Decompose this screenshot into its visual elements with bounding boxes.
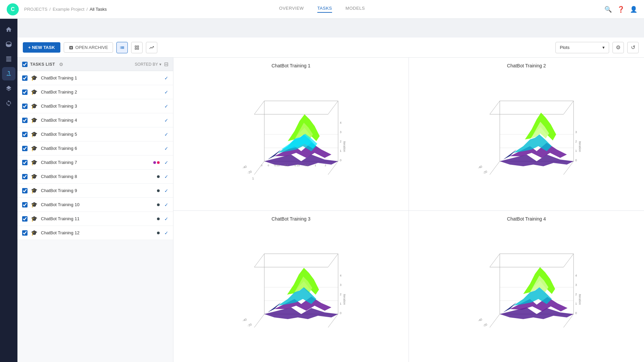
task-checkbox[interactable] [22, 188, 28, 193]
toolbar-right: Plots ▾ ⚙ ↺ [555, 42, 639, 53]
task-badges [157, 232, 160, 234]
task-checkbox[interactable] [22, 202, 28, 207]
task-status-icon: ✓ [164, 146, 168, 151]
plots-area: ChatBot Training 1 [173, 58, 644, 362]
tab-overview[interactable]: OVERVIEW [279, 6, 304, 13]
refresh-icon[interactable]: ↺ [627, 42, 639, 53]
filter-button[interactable]: ⊟ [164, 61, 168, 67]
sidebar-item-table[interactable] [2, 52, 15, 66]
svg-text:0.15: 0.15 [294, 164, 300, 167]
search-icon[interactable]: 🔍 [604, 6, 612, 13]
open-archive-button[interactable]: OPEN ARCHIVE [64, 42, 113, 53]
plot-svg-3: 0 1 2 3 4 Iteration -40 -20 [176, 224, 406, 361]
svg-text:2: 2 [252, 177, 254, 180]
task-item[interactable]: 🎓 ChatBot Training 1 ✓ [17, 71, 173, 85]
svg-text:2: 2 [340, 140, 341, 143]
task-checkbox[interactable] [22, 118, 28, 123]
task-name: ChatBot Training 6 [41, 146, 160, 151]
plots-dropdown[interactable]: Plots ▾ [555, 42, 609, 53]
task-checkbox[interactable] [22, 89, 28, 95]
settings-icon[interactable]: ⚙ [612, 42, 624, 53]
list-view-button[interactable] [116, 42, 128, 53]
grid-view-button[interactable] [131, 42, 143, 53]
task-checkbox[interactable] [22, 75, 28, 81]
breadcrumb-project[interactable]: Example Project [53, 7, 85, 12]
main-layout: + NEW TASK OPEN ARCHIVE Plots ▾ ⚙ ↺ [17, 38, 644, 362]
task-type-icon: 🎓 [31, 159, 38, 166]
task-status-icon: ✓ [164, 174, 168, 179]
svg-text:0.05: 0.05 [274, 164, 280, 167]
task-item[interactable]: 🎓 ChatBot Training 8 ✓ [17, 170, 173, 184]
svg-text:1: 1 [575, 149, 577, 153]
task-checkbox[interactable] [22, 216, 28, 222]
svg-text:-20: -20 [247, 170, 252, 175]
task-checkbox[interactable] [22, 174, 28, 179]
task-name: ChatBot Training 3 [41, 104, 160, 109]
sidebar-item-sync[interactable] [2, 97, 15, 110]
sidebar-item-data[interactable] [2, 38, 15, 51]
sorted-by-dropdown[interactable]: SORTED BY ▾ [135, 62, 161, 67]
task-name: ChatBot Training 1 [41, 75, 160, 80]
task-item[interactable]: 🎓 ChatBot Training 6 ✓ [17, 141, 173, 156]
tasks-list-settings-icon[interactable]: ⚙ [59, 62, 63, 67]
breadcrumb-projects[interactable]: PROJECTS [24, 7, 47, 12]
svg-text:-20: -20 [482, 323, 488, 327]
user-avatar[interactable]: 👤 [630, 6, 637, 13]
new-task-button[interactable]: + NEW TASK [23, 42, 60, 53]
task-item[interactable]: 🎓 ChatBot Training 11 ✓ [17, 212, 173, 226]
task-type-icon: 🎓 [31, 230, 38, 236]
task-status-icon: ✓ [164, 118, 168, 123]
task-checkbox[interactable] [22, 132, 28, 137]
plot-title-2: ChatBot Training 2 [507, 63, 546, 68]
task-checkbox[interactable] [22, 104, 28, 109]
svg-text:-40: -40 [477, 165, 483, 170]
task-item[interactable]: 🎓 ChatBot Training 12 ✓ [17, 226, 173, 240]
svg-line-39 [490, 161, 500, 175]
task-checkbox[interactable] [22, 160, 28, 165]
task-checkbox[interactable] [22, 230, 28, 236]
tab-models[interactable]: MODELS [345, 6, 365, 13]
help-icon[interactable]: ❓ [617, 6, 625, 13]
task-badge [153, 161, 156, 164]
task-type-icon: 🎓 [31, 173, 38, 180]
svg-text:3: 3 [340, 130, 341, 134]
select-all-checkbox[interactable] [22, 62, 28, 67]
task-name: ChatBot Training 8 [41, 174, 154, 179]
sidebar-item-layers[interactable] [2, 82, 15, 95]
sidebar-item-experiments[interactable] [2, 67, 15, 80]
task-badges [153, 161, 160, 164]
task-type-icon: 🎓 [31, 187, 38, 194]
task-item[interactable]: 🎓 ChatBot Training 9 ✓ [17, 184, 173, 198]
task-badge [157, 175, 160, 178]
svg-text:4: 4 [340, 121, 341, 124]
svg-text:1: 1 [315, 164, 316, 167]
task-badges [157, 175, 160, 178]
task-status-icon: ✓ [164, 75, 168, 81]
task-item[interactable]: 🎓 ChatBot Training 3 ✓ [17, 99, 173, 113]
top-nav: C PROJECTS / Example Project / All Tasks… [0, 0, 644, 19]
svg-text:3: 3 [575, 130, 577, 134]
plot-card-4: ChatBot Training 4 [409, 211, 644, 362]
svg-text:1: 1 [575, 302, 577, 305]
task-item[interactable]: 🎓 ChatBot Training 7 ✓ [17, 156, 173, 170]
task-name: ChatBot Training 4 [41, 118, 160, 123]
task-badge [157, 203, 160, 206]
task-type-icon: 🎓 [31, 216, 38, 222]
plot-card-2: ChatBot Training 2 [409, 58, 644, 210]
chart-view-button[interactable] [146, 42, 157, 53]
plot-svg-1: -40 -20 2 0 1 2 3 4 Iteration [176, 71, 406, 208]
breadcrumb-current: All Tasks [90, 7, 107, 12]
tab-tasks[interactable]: TASKS [317, 6, 332, 13]
task-name: ChatBot Training 2 [41, 89, 160, 95]
tasks-header-right: SORTED BY ▾ ⊟ [135, 61, 168, 67]
plot-card-3: ChatBot Training 3 [173, 211, 409, 362]
task-checkbox[interactable] [22, 146, 28, 151]
sidebar-item-home[interactable] [2, 23, 15, 36]
svg-text:Iteration: Iteration [578, 294, 582, 305]
task-item[interactable]: 🎓 ChatBot Training 5 ✓ [17, 127, 173, 141]
task-item[interactable]: 🎓 ChatBot Training 10 ✓ [17, 198, 173, 212]
task-item[interactable]: 🎓 ChatBot Training 4 ✓ [17, 113, 173, 127]
content-area: TASKS LIST ⚙ SORTED BY ▾ ⊟ 🎓 ChatBot Tra… [17, 58, 644, 362]
task-item[interactable]: 🎓 ChatBot Training 2 ✓ [17, 85, 173, 99]
left-sidebar [0, 19, 17, 362]
